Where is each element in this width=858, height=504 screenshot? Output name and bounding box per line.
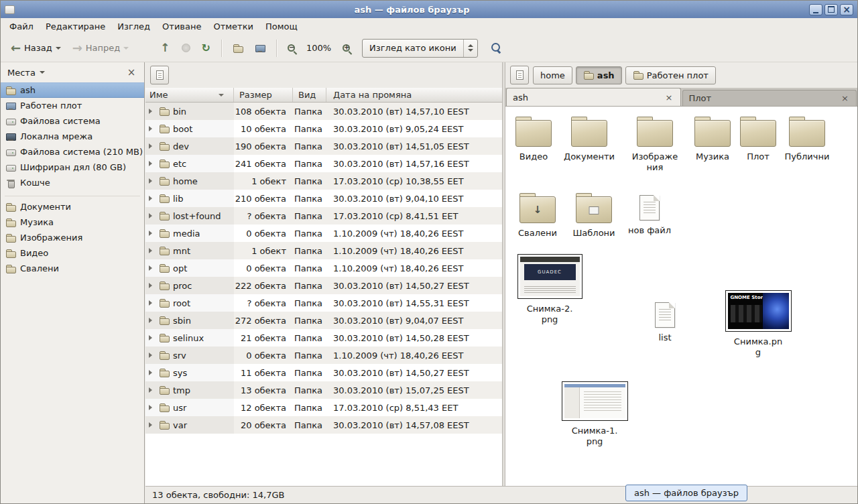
- search-button[interactable]: [480, 40, 506, 56]
- table-row[interactable]: proc 222 обекта Папка 30.03.2010 (вт) 14…: [145, 277, 502, 294]
- expander-icon[interactable]: [149, 161, 156, 166]
- sidebar-item[interactable]: Локална мрежа: [1, 129, 144, 144]
- view-mode-select[interactable]: Изглед като икони: [362, 39, 478, 58]
- expander-icon[interactable]: [149, 248, 156, 253]
- icon-view-item[interactable]: GUADEC GNOME Store Снимка-1.png: [558, 381, 631, 447]
- table-row[interactable]: boot 10 обекта Папка 30.03.2010 (вт) 9,0…: [145, 120, 502, 137]
- tab[interactable]: ash ×: [506, 88, 681, 106]
- column-header-name[interactable]: Име: [145, 88, 234, 102]
- expander-icon[interactable]: [149, 422, 156, 428]
- titlebar[interactable]: ash — файлов браузър: [1, 1, 857, 18]
- tab-close-button[interactable]: ×: [840, 93, 850, 103]
- minimize-button[interactable]: [809, 4, 822, 15]
- sidebar-item[interactable]: Файлова система: [1, 113, 144, 129]
- expander-icon[interactable]: [149, 231, 156, 236]
- icon-view-item[interactable]: GUADEC GNOME Store Изображения: [627, 116, 683, 173]
- expander-icon[interactable]: [149, 335, 156, 340]
- expander-icon[interactable]: [149, 178, 156, 184]
- location-toggle-button[interactable]: [510, 66, 529, 84]
- table-row[interactable]: media 0 обекта Папка 1.10.2009 (чт) 18,4…: [145, 225, 502, 242]
- table-row[interactable]: root ? обекта Папка 30.03.2010 (вт) 14,5…: [145, 294, 502, 312]
- expander-icon[interactable]: [149, 109, 156, 114]
- expander-icon[interactable]: [149, 318, 156, 323]
- reload-button[interactable]: [197, 40, 215, 57]
- breadcrumb-button[interactable]: Работен плот: [625, 66, 716, 84]
- expander-icon[interactable]: [149, 300, 156, 306]
- table-row[interactable]: lost+found ? обекта Папка 17.03.2010 (ср…: [145, 207, 502, 225]
- table-row[interactable]: bin 108 обекта Папка 30.03.2010 (вт) 14,…: [145, 103, 502, 120]
- sidebar-item[interactable]: Работен плот: [1, 98, 144, 113]
- table-row[interactable]: dev 190 обекта Папка 30.03.2010 (вт) 14,…: [145, 137, 502, 155]
- table-row[interactable]: home 1 обект Папка 17.03.2010 (ср) 10,38…: [145, 172, 502, 190]
- expander-icon[interactable]: [149, 265, 156, 271]
- icon-view-item[interactable]: GUADEC GNOME Store Плот: [730, 116, 786, 162]
- table-row[interactable]: var 20 обекта Папка 30.03.2010 (вт) 14,5…: [145, 416, 502, 434]
- table-row[interactable]: lib 210 обекта Папка 30.03.2010 (вт) 9,0…: [145, 190, 502, 207]
- icon-view-item[interactable]: GUADEC GNOME Store Свалени: [509, 192, 566, 239]
- sidebar-item[interactable]: Свалени: [1, 261, 144, 276]
- icon-view-item[interactable]: GUADEC GNOME Store Снимка-2.png: [513, 254, 587, 325]
- home-button[interactable]: [228, 40, 248, 57]
- table-row[interactable]: tmp 13 обекта Папка 30.03.2010 (вт) 15,0…: [145, 381, 502, 399]
- icon-view-item[interactable]: GUADEC GNOME Store Документи: [561, 116, 617, 162]
- icon-view-item[interactable]: GUADEC GNOME Store Снимка.png: [721, 290, 795, 358]
- table-row[interactable]: selinux 21 обекта Папка 30.03.2010 (вт) …: [145, 329, 502, 346]
- table-row[interactable]: usr 12 обекта Папка 17.03.2010 (ср) 8,51…: [145, 399, 502, 416]
- taskbar-window-button[interactable]: ash — файлов браузър: [625, 485, 747, 501]
- stop-button[interactable]: [177, 40, 195, 56]
- zoom-out-button[interactable]: [283, 41, 300, 55]
- breadcrumb-button[interactable]: home: [533, 66, 572, 84]
- tab[interactable]: Плот ×: [682, 90, 857, 106]
- column-header-size[interactable]: Размер: [234, 88, 293, 102]
- sidebar-item[interactable]: Документи: [1, 199, 144, 214]
- icon-view-item[interactable]: GUADEC GNOME Store Публични: [779, 116, 835, 162]
- close-button[interactable]: [840, 4, 853, 15]
- places-selector[interactable]: Места: [7, 68, 122, 78]
- sidebar-item[interactable]: Изображения: [1, 230, 144, 245]
- column-header-type[interactable]: Вид: [293, 88, 326, 102]
- table-row[interactable]: srv 0 обекта Папка 1.10.2009 (чт) 18,40,…: [145, 346, 502, 364]
- sidebar-item[interactable]: Видео: [1, 245, 144, 261]
- sidebar-item[interactable]: ash: [1, 82, 144, 98]
- menu-item[interactable]: Файл: [3, 20, 40, 33]
- icon-view-item[interactable]: GUADEC GNOME Store Видео: [505, 116, 562, 162]
- menu-item[interactable]: Изглед: [111, 20, 156, 33]
- expander-icon[interactable]: [149, 196, 156, 201]
- location-toggle-button[interactable]: [150, 66, 169, 84]
- table-row[interactable]: etc 241 обекта Папка 30.03.2010 (вт) 14,…: [145, 155, 502, 172]
- back-button[interactable]: Назад: [6, 39, 66, 58]
- up-button[interactable]: [156, 39, 174, 57]
- tab-close-button[interactable]: ×: [664, 92, 674, 103]
- icon-view-item[interactable]: GUADEC GNOME Store нов файл: [621, 192, 678, 236]
- icon-view[interactable]: GUADEC GNOME Store Видео: [505, 107, 857, 486]
- expander-icon[interactable]: [149, 213, 156, 218]
- expander-icon[interactable]: [149, 143, 156, 149]
- table-row[interactable]: sbin 272 обекта Папка 30.03.2010 (вт) 9,…: [145, 312, 502, 329]
- expander-icon[interactable]: [149, 405, 156, 410]
- sidebar-item[interactable]: Музика: [1, 214, 144, 230]
- breadcrumb-button[interactable]: ash: [576, 66, 622, 84]
- menu-item[interactable]: Отиване: [156, 20, 207, 33]
- table-row[interactable]: opt 0 обекта Папка 1.10.2009 (чт) 18,40,…: [145, 259, 502, 277]
- expander-icon[interactable]: [149, 126, 156, 131]
- sidebar-close-button[interactable]: ×: [125, 66, 137, 78]
- expander-icon[interactable]: [149, 387, 156, 393]
- column-header-date[interactable]: Дата на промяна: [326, 88, 502, 102]
- sidebar-item[interactable]: Кошче: [1, 175, 144, 190]
- maximize-button[interactable]: [824, 4, 838, 15]
- zoom-in-button[interactable]: [338, 41, 355, 55]
- expander-icon[interactable]: [149, 353, 156, 358]
- forward-button[interactable]: Напред: [68, 39, 134, 58]
- sidebar-item[interactable]: Файлова система (210 MB): [1, 144, 144, 160]
- menu-item[interactable]: Редактиране: [40, 20, 111, 33]
- table-row[interactable]: sys 11 обекта Папка 30.03.2010 (вт) 14,5…: [145, 364, 502, 381]
- icon-view-item[interactable]: GUADEC GNOME Store Шаблони: [566, 192, 622, 239]
- icon-view-item[interactable]: GUADEC GNOME Store list: [637, 300, 693, 343]
- menu-item[interactable]: Отметки: [207, 20, 259, 33]
- table-row[interactable]: mnt 1 обект Папка 1.10.2009 (чт) 18,40,2…: [145, 242, 502, 259]
- expander-icon[interactable]: [149, 370, 156, 375]
- sidebar-item[interactable]: Шифриран дял (80 GB): [1, 160, 144, 175]
- menu-item[interactable]: Помощ: [259, 20, 304, 33]
- computer-button[interactable]: [250, 40, 270, 57]
- expander-icon[interactable]: [149, 283, 156, 288]
